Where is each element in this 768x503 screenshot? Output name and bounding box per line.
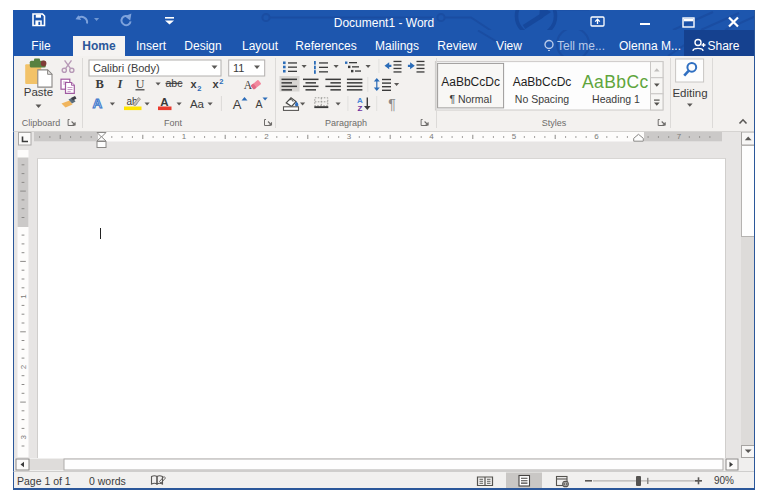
svg-text:U: U <box>136 77 145 91</box>
svg-text:No Spacing: No Spacing <box>515 93 569 105</box>
svg-text:B: B <box>95 77 103 91</box>
svg-text:A: A <box>244 79 253 91</box>
svg-text:6: 6 <box>594 132 599 141</box>
svg-text:I: I <box>117 77 124 91</box>
svg-text:2: 2 <box>264 132 269 141</box>
svg-text:A: A <box>233 97 242 112</box>
svg-text:3: 3 <box>347 132 352 141</box>
svg-text:Aa: Aa <box>190 98 205 110</box>
svg-text:2: 2 <box>219 77 223 86</box>
svg-text:5: 5 <box>512 132 517 141</box>
svg-text:AaBbCcDc: AaBbCcDc <box>513 75 572 89</box>
svg-text:¶: ¶ <box>388 96 396 112</box>
svg-text:¶ Normal: ¶ Normal <box>449 93 491 105</box>
svg-text:Heading 1: Heading 1 <box>592 93 640 105</box>
svg-text:Editing: Editing <box>672 87 707 99</box>
svg-text:A: A <box>255 98 262 110</box>
svg-text:7: 7 <box>677 132 682 141</box>
svg-text:1: 1 <box>19 294 28 299</box>
svg-text:1: 1 <box>182 132 187 141</box>
svg-text:Paste: Paste <box>24 86 53 98</box>
svg-text:Z: Z <box>358 104 363 113</box>
svg-text:11: 11 <box>233 62 244 74</box>
svg-text:2: 2 <box>197 84 201 93</box>
svg-text:AaBbCcDc: AaBbCcDc <box>441 75 500 89</box>
svg-text:A: A <box>160 96 168 108</box>
svg-text:4: 4 <box>429 132 434 141</box>
svg-text:A: A <box>93 96 103 111</box>
svg-text:3: 3 <box>19 434 28 439</box>
svg-text:Calibri (Body): Calibri (Body) <box>93 62 160 74</box>
svg-text:AaBbCc: AaBbCc <box>582 72 649 92</box>
svg-text:2: 2 <box>19 364 28 369</box>
